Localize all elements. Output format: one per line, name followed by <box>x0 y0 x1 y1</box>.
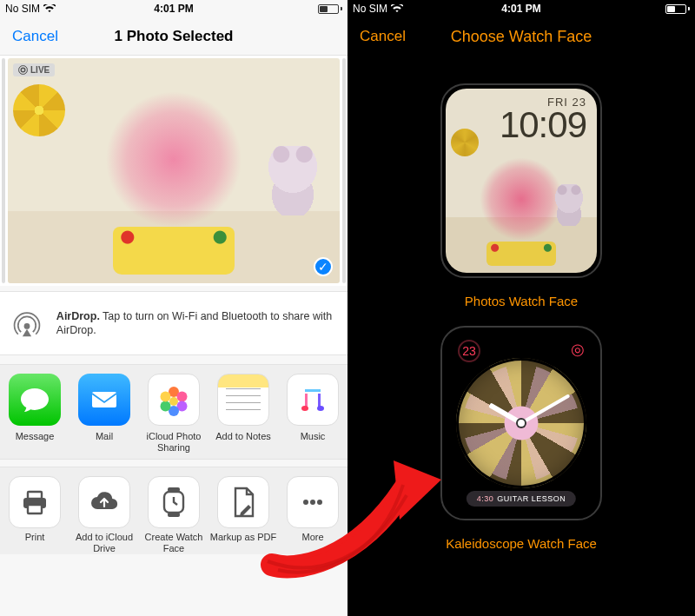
minute-hand <box>520 394 570 424</box>
airdrop-icon <box>10 304 44 342</box>
svg-rect-10 <box>28 492 42 499</box>
icloud-photo-sharing-icon <box>148 374 200 426</box>
prev-photo-sliver[interactable] <box>2 58 5 283</box>
share-item-label: Music <box>301 431 326 454</box>
markup-pdf-icon <box>217 476 269 528</box>
share-item-label: Mail <box>96 431 113 454</box>
action-item-label: Markup as PDF <box>210 532 276 554</box>
cancel-button[interactable]: Cancel <box>360 28 406 45</box>
action-item-label: Add to iCloud Drive <box>70 532 139 554</box>
actions-row[interactable]: Print Add to iCloud Drive Create Watch F… <box>0 467 348 554</box>
svg-point-2 <box>169 397 178 406</box>
media-picker-strip[interactable]: LIVE ✓ <box>0 56 348 286</box>
action-item-create-watch-face[interactable]: Create Watch Face <box>139 476 208 554</box>
calendar-complication: 4:30GUITAR LESSON <box>467 491 576 507</box>
action-item-print[interactable]: Print <box>0 476 70 554</box>
center-pin <box>518 420 525 427</box>
svg-point-8 <box>161 392 171 402</box>
watch-face-list[interactable]: FRI 23 10:09 Photos Watch Face 23 ◎ 4:30… <box>348 56 695 616</box>
kaleidoscope-face-preview: 23 ◎ 4:30GUITAR LESSON <box>446 331 597 515</box>
svg-point-15 <box>303 500 308 505</box>
nav-bar: Cancel 1 Photo Selected <box>0 17 348 56</box>
share-item-label: iCloud Photo Sharing <box>139 431 208 454</box>
carrier-text: No SIM <box>353 3 387 15</box>
share-item-label: Message <box>16 431 55 454</box>
photo-decor-toy-base <box>113 227 235 275</box>
status-bar: No SIM 4:01 PM <box>0 0 348 17</box>
share-item-label: Add to Notes <box>215 431 271 454</box>
carrier-text: No SIM <box>5 3 40 15</box>
airdrop-description: AirDrop. Tap to turn on Wi-Fi and Blueto… <box>56 309 337 338</box>
live-photo-badge: LIVE <box>13 63 55 76</box>
photos-face-time: 10:09 <box>500 109 586 142</box>
svg-point-7 <box>161 401 171 412</box>
action-item-markup-as-pdf[interactable]: Markup as PDF <box>208 476 278 554</box>
action-item-label: More <box>301 532 323 554</box>
battery-indicator <box>318 4 342 14</box>
share-item-message[interactable]: Message <box>0 374 70 454</box>
svg-point-4 <box>177 392 188 402</box>
wifi-icon <box>43 4 56 13</box>
photos-face-preview: FRI 23 10:09 <box>446 89 597 273</box>
cancel-button[interactable]: Cancel <box>12 28 58 45</box>
wifi-icon <box>391 4 403 13</box>
selected-photo-thumbnail[interactable]: LIVE ✓ <box>8 58 340 283</box>
status-bar: No SIM 4:01 PM <box>348 0 695 17</box>
kaleido-date-complication: 23 <box>458 340 480 362</box>
airdrop-row[interactable]: AirDrop. Tap to turn on Wi-Fi and Blueto… <box>0 291 348 355</box>
action-item-label: Print <box>25 532 45 554</box>
message-app-icon <box>9 374 61 426</box>
action-item-add-to-icloud-drive[interactable]: Add to iCloud Drive <box>70 476 139 554</box>
action-item-label: Create Watch Face <box>139 532 208 554</box>
photos-watch-face-option[interactable]: FRI 23 10:09 <box>440 83 602 278</box>
svg-point-17 <box>317 500 322 505</box>
svg-rect-13 <box>168 487 180 492</box>
mail-app-icon <box>78 374 130 426</box>
svg-point-0 <box>24 323 30 329</box>
svg-rect-14 <box>168 513 180 517</box>
photo-decor-bear <box>267 146 319 215</box>
selection-checkmark-icon[interactable]: ✓ <box>314 257 333 276</box>
print-icon <box>9 476 61 528</box>
svg-rect-1 <box>92 392 116 407</box>
more-icon <box>287 476 339 528</box>
carrier-and-wifi: No SIM <box>5 3 56 15</box>
action-item-more[interactable]: More <box>278 476 348 554</box>
watch-face-icon <box>148 476 200 528</box>
next-photo-sliver[interactable] <box>342 58 346 283</box>
music-app-icon <box>287 374 339 426</box>
notes-app-icon <box>217 374 269 426</box>
share-item-music[interactable]: Music <box>278 374 348 454</box>
battery-indicator <box>665 4 690 14</box>
icloud-drive-icon <box>78 476 130 528</box>
nav-title: 1 Photo Selected <box>115 28 234 45</box>
share-item-mail[interactable]: Mail <box>70 374 139 454</box>
kaleidoscope-watch-face-option[interactable]: 23 ◎ 4:30GUITAR LESSON <box>440 326 602 520</box>
photos-face-label: Photos Watch Face <box>465 294 578 308</box>
share-item-add-to-notes[interactable]: Add to Notes <box>208 374 278 454</box>
nav-bar: Cancel Choose Watch Face <box>348 17 695 56</box>
ios-share-sheet-screen: No SIM 4:01 PM Cancel 1 Photo Selected L… <box>0 0 348 616</box>
share-item-icloud-photo-sharing[interactable]: iCloud Photo Sharing <box>139 374 208 454</box>
carrier-and-wifi: No SIM <box>353 3 403 15</box>
kaleido-dial <box>456 358 586 488</box>
share-apps-row[interactable]: Message Mail iCloud Photo Sharing Add to… <box>0 364 348 460</box>
watch-choose-face-screen: No SIM 4:01 PM Cancel Choose Watch Face … <box>348 0 695 616</box>
svg-point-16 <box>310 500 315 505</box>
svg-rect-11 <box>28 505 42 513</box>
photo-decor-flower <box>13 84 65 136</box>
nav-title: Choose Watch Face <box>451 28 592 46</box>
kaleidoscope-face-label: Kaleidoscope Watch Face <box>446 536 597 551</box>
activity-rings-icon: ◎ <box>571 340 585 359</box>
